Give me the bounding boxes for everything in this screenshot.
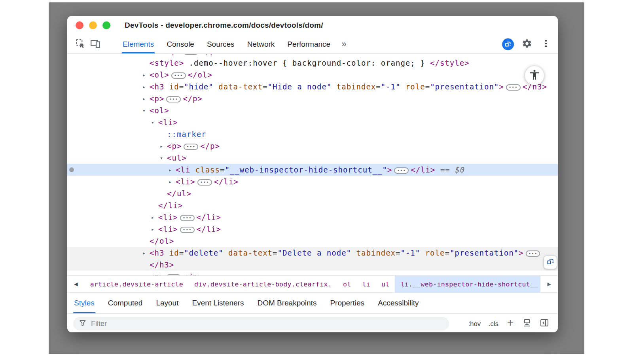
token-tag: <li	[176, 165, 190, 174]
new-style-rule-button[interactable]: +	[504, 317, 517, 329]
crumb-next-button[interactable]: ▶	[540, 276, 558, 292]
close-button[interactable]	[76, 21, 83, 29]
dom-tree-row[interactable]: ▸<li>•••</li>	[67, 223, 558, 235]
expand-ellipsis-button[interactable]: •••	[166, 274, 181, 275]
token-val: "Hide a node"	[268, 82, 332, 91]
dom-tree-row[interactable]: ▸<li>•••</li>	[67, 211, 558, 223]
token-attr: tabindex	[332, 82, 376, 91]
zoom-button[interactable]	[102, 21, 110, 29]
token-tag: </li>	[197, 213, 221, 222]
token-tag: <li>	[158, 225, 178, 233]
accessibility-button[interactable]	[525, 66, 544, 85]
token-val: "hide"	[184, 82, 214, 91]
expand-ellipsis-button[interactable]: •••	[394, 167, 409, 174]
breadcrumb-item[interactable]: ul	[376, 276, 395, 292]
tab-console[interactable]: Console	[160, 35, 201, 53]
dom-tree-row[interactable]: </li>	[67, 199, 558, 211]
dom-tree-row[interactable]: ▸<h3 id="delete" data-text="Delete a nod…	[67, 247, 558, 259]
crumb-prev-button[interactable]: ◀	[67, 276, 85, 292]
minimize-button[interactable]	[89, 21, 97, 29]
tab-sources[interactable]: Sources	[201, 35, 241, 53]
expand-ellipsis-button[interactable]: •••	[166, 96, 181, 102]
expand-ellipsis-button[interactable]: •••	[197, 179, 212, 186]
dom-tree-row[interactable]: ▸<li class="__web-inspector-hide-shortcu…	[67, 164, 558, 176]
panel-tab-layout[interactable]: Layout	[149, 293, 185, 313]
expand-ellipsis-button[interactable]: •••	[180, 227, 195, 233]
expand-arrow-icon[interactable]: ▸	[142, 271, 150, 275]
breadcrumb-item[interactable]: li	[356, 276, 375, 292]
dom-tree-row[interactable]: ▸<p>•••</p>	[67, 271, 558, 275]
dom-tree-row[interactable]: ▸<li>•••</li>	[67, 176, 558, 188]
expand-arrow-icon[interactable]: ▸	[169, 176, 176, 188]
token-tag: <h3	[150, 248, 164, 257]
panel-tab-accessibility[interactable]: Accessibility	[371, 293, 425, 313]
collapse-arrow-icon[interactable]: ▾	[142, 105, 150, 117]
extension-button[interactable]	[501, 37, 515, 51]
collapse-arrow-icon[interactable]: ▾	[151, 117, 158, 129]
token-tag: </p>	[200, 142, 220, 150]
breadcrumb-bar: ◀ article.devsite-articlediv.devsite-art…	[67, 275, 558, 292]
scroll-into-view-button[interactable]	[544, 256, 557, 269]
stamp-icon	[522, 318, 532, 329]
token-dollar: $0	[455, 165, 465, 174]
dom-tree-row[interactable]: ▸<p>•••</p>	[67, 93, 558, 104]
breadcrumb-item[interactable]: article.devsite-article	[85, 276, 189, 292]
dom-tree-row[interactable]: </ul>	[67, 188, 558, 199]
tab-performance[interactable]: Performance	[281, 35, 337, 53]
expand-ellipsis-button[interactable]: •••	[526, 250, 540, 257]
expand-arrow-icon[interactable]: ▸	[160, 140, 167, 152]
expand-ellipsis-button[interactable]: •••	[184, 54, 198, 55]
collapse-arrow-icon[interactable]: ▾	[160, 152, 167, 164]
breadcrumb-item[interactable]: div.devsite-article-body.clearfix.	[189, 276, 337, 292]
dom-tree-row[interactable]: ▾<ul>	[67, 152, 558, 164]
sidebar-toggle-button[interactable]	[537, 317, 552, 330]
stamp-button[interactable]	[519, 317, 534, 330]
expand-arrow-icon[interactable]: ▸	[151, 212, 158, 224]
tab-elements[interactable]: Elements	[116, 35, 160, 53]
expand-arrow-icon[interactable]: ▸	[160, 54, 167, 57]
styles-filter[interactable]	[73, 317, 449, 330]
panel-tab-event-listeners[interactable]: Event Listeners	[185, 293, 250, 313]
expand-arrow-icon[interactable]: ▸	[142, 69, 150, 81]
chevron-double-right-icon: »	[341, 39, 346, 49]
dom-tree-row[interactable]: ▸<p>•••</p>	[67, 54, 558, 57]
dom-tree-row[interactable]: </ol>	[67, 235, 558, 247]
styles-toolbar-controls: :hov .cls +	[466, 317, 552, 330]
expand-ellipsis-button[interactable]: •••	[171, 72, 186, 79]
expand-ellipsis-button[interactable]: •••	[180, 215, 195, 221]
panel-tab-computed[interactable]: Computed	[101, 293, 150, 313]
expand-arrow-icon[interactable]: ▸	[142, 247, 150, 259]
inspect-elements-button[interactable]	[73, 35, 88, 53]
dom-tree-row[interactable]: ▸<h3 id="hide" data-text="Hide a node" t…	[67, 81, 558, 93]
menu-button[interactable]	[539, 37, 553, 51]
styles-filter-input[interactable]	[90, 319, 443, 328]
dom-tree-row[interactable]: </h3>	[67, 259, 558, 271]
settings-button[interactable]	[520, 37, 534, 51]
panel-tab-properties[interactable]: Properties	[323, 293, 371, 313]
expand-ellipsis-button[interactable]: •••	[506, 84, 521, 91]
expand-arrow-icon[interactable]: ▸	[169, 164, 176, 176]
breadcrumb-item[interactable]: li.__web-inspector-hide-shortcut__	[395, 276, 540, 292]
token-tag: <ul>	[167, 154, 187, 162]
expand-arrow-icon[interactable]: ▸	[142, 93, 150, 105]
dom-tree-row[interactable]: ▾<ol>	[67, 104, 558, 116]
expand-arrow-icon[interactable]: ▸	[151, 224, 158, 235]
filter-funnel-icon	[79, 319, 87, 328]
expand-ellipsis-button[interactable]: •••	[184, 144, 198, 150]
toggle-element-state-button[interactable]: :hov	[466, 320, 483, 328]
more-tabs-button[interactable]: »	[337, 35, 351, 53]
dom-tree-row[interactable]: ▸<p>•••</p>	[67, 140, 558, 152]
element-classes-button[interactable]: .cls	[486, 320, 501, 328]
expand-arrow-icon[interactable]: ▸	[142, 81, 150, 93]
dom-tree-row[interactable]: ▾<li>	[67, 116, 558, 128]
token-tag: <p>	[150, 272, 164, 275]
token-attr: data-text	[214, 82, 263, 91]
dom-tree-row[interactable]: <style> .demo--hover:hover { background-…	[67, 57, 558, 69]
dom-tree-row[interactable]: ▸<ol>•••</ol>	[67, 69, 558, 81]
panel-tab-styles[interactable]: Styles	[67, 293, 101, 313]
breadcrumb-item[interactable]: ol	[337, 276, 356, 292]
dom-tree-row[interactable]: ::marker	[67, 128, 558, 140]
tab-network[interactable]: Network	[241, 35, 281, 53]
panel-tab-dom-breakpoints[interactable]: DOM Breakpoints	[250, 293, 323, 313]
device-toolbar-button[interactable]	[88, 35, 103, 53]
